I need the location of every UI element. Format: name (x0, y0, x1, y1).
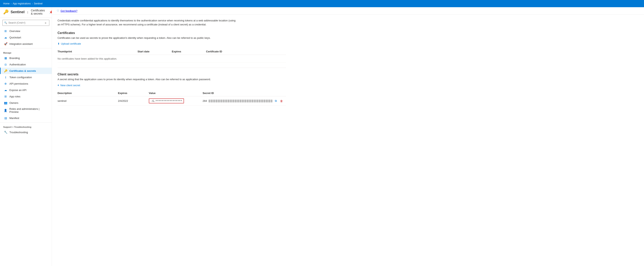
breadcrumb: Home › App registrations › Sentinel (3, 2, 42, 5)
secrets-title: Client secrets (58, 73, 286, 76)
certificates-table: Thumbprint Start date Expires Certificat… (58, 48, 286, 63)
breadcrumb-sep-2: › (32, 3, 33, 5)
search-box[interactable]: 🔍 « (2, 20, 49, 26)
sidebar-item-label-overview: Overview (10, 30, 20, 33)
secret-id-blurred (208, 100, 272, 102)
col-header-expires: Expires (118, 90, 148, 96)
sidebar-item-branding[interactable]: ▦ Branding (0, 55, 52, 61)
certificates-description: Certificates can be used as secrets to p… (58, 36, 286, 39)
section-divider (58, 68, 286, 68)
authentication-icon: ◎ (4, 63, 8, 66)
sidebar-nav: ⊞ Overview ☁ Quickstart 🚀 Integration as… (0, 28, 52, 135)
new-client-secret-link[interactable]: + New client secret (58, 84, 80, 87)
overview-icon: ⊞ (4, 29, 8, 33)
feedback-link[interactable]: Got feedback? (60, 10, 78, 13)
sidebar-item-roles[interactable]: 👤 Roles and administrators | Preview (0, 106, 52, 115)
sidebar-item-label-api: API permissions (10, 82, 28, 85)
support-label: Support + Troubleshooting (0, 124, 52, 129)
breadcrumb-current: Sentinel (34, 2, 42, 5)
col-header-certid: Certificate ID (206, 48, 286, 55)
sidebar-item-label-integration: Integration assistant (10, 42, 32, 45)
sidebar-item-authentication[interactable]: ◎ Authentication (0, 61, 52, 68)
token-icon: ⫿ (4, 75, 8, 79)
sidebar-item-quickstart[interactable]: ☁ Quickstart (0, 34, 52, 41)
certificates-empty-message: No certificates have been added for this… (58, 55, 286, 63)
col-header-description: Description (58, 90, 118, 96)
certificates-title: Certificates (58, 31, 286, 35)
sidebar-item-label-troubleshooting: Troubleshooting (10, 131, 28, 134)
main-layout: 🔑 Sentinel | Certificates & secrets 📌 ··… (0, 7, 644, 266)
feedback-heart-icon: ♡ (57, 9, 59, 13)
title-actions: 📌 ··· (48, 10, 52, 15)
sidebar-item-label-quickstart: Quickstart (10, 36, 21, 39)
secret-value: -G.***************** (149, 98, 184, 103)
search-icon: 🔍 (4, 22, 7, 24)
sidebar-item-certificates[interactable]: 🔑 Certificates & secrets (0, 68, 52, 74)
col-header-value: Value (149, 90, 202, 96)
sidebar-item-label-approles: App roles (10, 95, 20, 98)
api-icon: ⊕ (4, 82, 8, 85)
owners-icon: 👥 (4, 101, 8, 105)
upload-certificate-link[interactable]: ⬆ Upload certificate (58, 42, 81, 45)
top-bar: Home › App registrations › Sentinel (0, 0, 644, 7)
plus-icon: + (58, 84, 59, 87)
new-secret-label: New client secret (60, 84, 80, 87)
upload-icon: ⬆ (58, 42, 60, 45)
sidebar-item-overview[interactable]: ⊞ Overview (0, 28, 52, 34)
breadcrumb-home[interactable]: Home (3, 2, 10, 5)
breadcrumb-sep-1: › (11, 3, 12, 5)
secret-expires: 2/4/2022 (118, 96, 148, 106)
title-divider: | (27, 11, 28, 14)
certificates-table-container: Thumbprint Start date Expires Certificat… (58, 48, 286, 63)
nav-divider-2 (0, 122, 52, 123)
page-title: Certificates & secrets (31, 9, 45, 15)
sidebar-item-expose[interactable]: ☁ Expose an API (0, 87, 52, 93)
pin-button[interactable]: 📌 (48, 10, 52, 15)
approles-icon: ⊞ (4, 95, 8, 98)
app-name: Sentinel (10, 10, 24, 14)
copy-secret-id-button[interactable]: ⧉ (274, 99, 278, 103)
expose-icon: ☁ (4, 88, 8, 92)
search-input[interactable] (8, 22, 42, 24)
sidebar-item-integration[interactable]: 🚀 Integration assistant (0, 41, 52, 47)
secrets-section: Client secrets A secret string that the … (58, 73, 286, 106)
secrets-description: A secret string that the application use… (58, 78, 286, 81)
sidebar-item-manifest[interactable]: ▤ Manifest (0, 115, 52, 121)
sidebar-item-api[interactable]: ⊕ API permissions (0, 80, 52, 87)
integration-icon: 🚀 (4, 42, 8, 46)
page-icon: 🔑 (3, 10, 8, 15)
certificates-section: Certificates Certificates can be used as… (58, 31, 286, 63)
table-row: sentinel 2/4/2022 -G.***************** 2… (58, 96, 286, 106)
content-area: ♡ Got feedback? Credentials enable confi… (52, 7, 644, 266)
col-header-expires: Expires (172, 48, 206, 55)
col-header-thumbprint: Thumbprint (58, 48, 138, 55)
top-description: Credentials enable confidential applicat… (58, 19, 237, 27)
breadcrumb-app-registrations[interactable]: App registrations (13, 2, 31, 5)
manifest-icon: ▤ (4, 116, 8, 120)
page-title-area: 🔑 Sentinel | Certificates & secrets 📌 ··… (0, 7, 52, 18)
sidebar-item-approles[interactable]: ⊞ App roles (0, 93, 52, 100)
secret-value-cell: -G.***************** (149, 96, 202, 106)
upload-certificate-label: Upload certificate (61, 42, 81, 45)
sidebar-item-token[interactable]: ⫿ Token configuration (0, 74, 52, 80)
manage-label: Manage (0, 50, 52, 55)
col-header-secretid: Secret ID (202, 90, 286, 96)
col-header-startdate: Start date (138, 48, 172, 55)
sidebar-item-label-manifest: Manifest (10, 117, 19, 120)
sidebar-item-label-certificates: Certificates & secrets (10, 69, 36, 72)
sidebar-item-label-authentication: Authentication (10, 63, 26, 66)
sidebar-item-label-owners: Owners (10, 101, 18, 104)
roles-icon: 👤 (4, 109, 8, 112)
sidebar-item-owners[interactable]: 👥 Owners (0, 100, 52, 106)
sidebar-item-troubleshooting[interactable]: 🔧 Troubleshooting (0, 129, 52, 135)
secret-description: sentinel (58, 96, 118, 106)
certificates-icon: 🔑 (4, 69, 8, 73)
secret-id-cell: 284 ⧉ 🗑 (202, 96, 286, 106)
certificates-empty-row: No certificates have been added for this… (58, 55, 286, 63)
sidebar-item-label-expose: Expose an API (10, 89, 26, 92)
quickstart-icon: ☁ (4, 36, 8, 39)
delete-secret-button[interactable]: 🗑 (279, 99, 284, 103)
collapse-button[interactable]: « (44, 21, 48, 25)
troubleshooting-icon: 🔧 (4, 130, 8, 134)
sidebar-item-label-roles: Roles and administrators | Preview (10, 107, 48, 113)
